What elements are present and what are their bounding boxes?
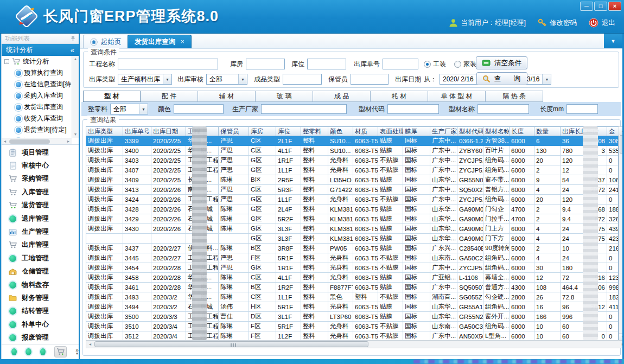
scroll-left-icon[interactable]: ◄ — [86, 341, 94, 348]
manufacturer-input[interactable] — [261, 104, 347, 114]
table-row[interactable]: 调拨出库34242020/2/26工 共工程严思G区1L1F整料光身料6063-… — [86, 195, 618, 205]
tree-item[interactable]: 采购入库查询 — [2, 90, 72, 101]
profile-name-input[interactable] — [477, 104, 529, 114]
column-header[interactable]: 库房 — [249, 127, 276, 136]
column-header[interactable]: 表面处理 — [378, 127, 403, 136]
tree-item[interactable]: 在途信息查询[待 — [2, 79, 72, 90]
sidebar-module-item[interactable]: 退库管理 — [2, 212, 79, 225]
color-input[interactable] — [174, 104, 224, 114]
sidebar-module-item[interactable]: 出库管理 — [2, 239, 79, 252]
sidebar-module-item[interactable]: 生产管理 — [2, 225, 79, 238]
module-dot-icon[interactable] — [40, 348, 46, 355]
tree-item[interactable]: 发货出库查询 — [2, 101, 72, 113]
radio-work-clothes[interactable] — [424, 61, 431, 68]
column-header[interactable]: 工程 — [186, 127, 219, 136]
scroll-left-icon[interactable]: ◄ — [2, 138, 8, 145]
sidebar-module-item[interactable]: 项目管理 — [2, 146, 79, 159]
table-row[interactable]: 调拨出库35102020/3/4工 共工程陈琳F区5R1F整料光身料6063-T… — [86, 322, 618, 331]
project-name-input[interactable] — [118, 59, 218, 69]
table-row[interactable]: 调拨出库34582020/2/28华 原...陈琳C区4L1F整料光身料6063… — [86, 273, 618, 283]
cart-toolbar-button[interactable] — [54, 346, 67, 357]
sidebar-module-item[interactable]: 结转管理 — [2, 305, 79, 318]
column-header[interactable]: 出库类型 — [86, 127, 123, 136]
table-row[interactable]: 调拨出库34032020/2/25工 共工程严思G区1R1F整料光身料6063-… — [86, 156, 618, 165]
material-tab[interactable]: 辅 材 — [198, 91, 256, 102]
profile-code-input[interactable] — [387, 104, 439, 114]
table-row[interactable]: 调拨出库34942020/3/2石 辉城汤伟H区5R1F整料光身料6063-T5… — [86, 302, 618, 312]
column-header[interactable]: 长度 — [510, 127, 534, 136]
outbound-audit-select[interactable]: 全部▼ — [206, 74, 247, 85]
change-password-button[interactable]: 修改密码 — [538, 18, 577, 28]
tree-item[interactable]: 退货查询[待定] — [2, 124, 72, 136]
column-header[interactable]: 保管员 — [219, 127, 249, 136]
tab-list-dropdown[interactable]: ▼ — [604, 34, 622, 48]
tree-horizontal-scrollbar[interactable]: ◄► — [2, 138, 72, 144]
clear-conditions-button[interactable]: 清空条件 — [476, 56, 527, 69]
expander-icon[interactable]: - — [4, 59, 9, 64]
radio-home-decor[interactable] — [454, 61, 461, 68]
order-no-input[interactable] — [383, 59, 418, 69]
column-header[interactable]: 出库日期 — [151, 127, 186, 136]
table-row[interactable]: 调拨出库34612020/2/28华 原...陈琳B区1R2F整料F8877FT… — [86, 283, 618, 292]
scrollbar-thumb[interactable] — [94, 341, 368, 347]
table-row[interactable]: 调拨出库34072020/2/25工 共工程严思G区1L1F整料光身料6063-… — [86, 165, 618, 175]
sidebar-section-statistics[interactable]: 统计分析 « — [2, 44, 79, 56]
tree-root[interactable]: - 统计分析 — [2, 56, 72, 67]
close-button[interactable]: × — [608, 2, 621, 11]
column-header[interactable]: 型材名称 — [483, 127, 510, 136]
scroll-up-icon[interactable]: ▲ — [72, 56, 79, 62]
sidebar-module-item[interactable]: 补单中心 — [2, 318, 79, 331]
sidebar-module-item[interactable]: 仓储管理 — [2, 265, 79, 278]
tab-home[interactable]: 起始页 — [83, 35, 129, 48]
table-row[interactable]: 调拨出库34932020/3/2华 原...陈琳C区1L1F整料黑色塑料不贴膜国… — [86, 292, 618, 302]
collapse-icon[interactable]: « — [71, 46, 74, 54]
tab-shipping-outbound-query[interactable]: 发货出库查询 × — [128, 35, 192, 48]
table-row[interactable]: 调拨出库34302020/2/26石 城陈琳G区3L3F整料KLM3817606… — [86, 224, 618, 234]
module-dot-icon[interactable] — [26, 348, 31, 355]
table-row[interactable]: 调拨出库34372020/2/27佛 料...陈琳B区3R8F整料PW05606… — [86, 244, 618, 253]
tree-item[interactable]: 预算执行查询 — [2, 67, 72, 79]
column-header[interactable]: 材质 — [353, 127, 378, 136]
scrollbar-thumb[interactable] — [9, 139, 50, 144]
logout-button[interactable]: 退出 — [589, 18, 615, 28]
results-horizontal-scrollbar[interactable]: ◄ ► — [86, 340, 624, 348]
sidebar-module-item[interactable]: 入库管理 — [2, 186, 79, 199]
search-button[interactable]: 查 询 — [476, 72, 527, 85]
sidebar-module-item[interactable]: 审核中心 — [2, 159, 79, 172]
table-row[interactable]: 调拨出库35002020/3/3工 共工程曹佳D区3L1F整料LT3P60606… — [86, 312, 618, 322]
table-row[interactable]: 调拨出库34132020/2/26南 ...严思C区5R3F整料G7142260… — [86, 185, 618, 195]
sidebar-module-item[interactable]: 报废管理 — [2, 331, 79, 344]
tab-close-icon[interactable]: × — [181, 38, 184, 46]
table-row[interactable]: 调拨出库34542020/2/28工 共工程严思G区1R1F整料光身料6063-… — [86, 263, 618, 273]
sidebar-module-item[interactable]: 采购管理 — [2, 173, 79, 186]
material-tab[interactable]: 型 材 — [83, 91, 141, 102]
material-tab[interactable]: 玻 璃 — [256, 91, 313, 102]
sidebar-module-item[interactable]: 财务管理 — [2, 291, 79, 304]
column-header[interactable]: 出库长度 — [561, 127, 584, 136]
material-tab[interactable]: 耗 材 — [371, 91, 428, 102]
material-tab[interactable]: 单 体 型 材 — [428, 91, 486, 102]
module-dot-icon[interactable] — [11, 348, 17, 355]
sidebar-module-item[interactable]: 物料盘存 — [2, 278, 79, 291]
column-header[interactable]: 颜色 — [328, 127, 353, 136]
column-header[interactable]: 金 — [607, 127, 619, 136]
warehouse-input[interactable] — [246, 59, 285, 69]
table-row[interactable]: 调拨出库34282020/2/26石 城陈琳G区2L4F整料KLM3817606… — [86, 205, 618, 214]
material-tab[interactable]: 配 件 — [141, 91, 198, 102]
column-header[interactable]: 整零料 — [301, 127, 328, 136]
column-header[interactable]: 数量 — [534, 127, 561, 136]
pin-icon[interactable] — [71, 35, 75, 42]
column-header[interactable]: 出库单号 — [123, 127, 151, 136]
sidebar-module-item[interactable]: 退货管理 — [2, 199, 79, 212]
whole-part-select[interactable]: 全部▼ — [110, 104, 148, 114]
table-row[interactable]: 调拨出库33992020/2/25华 原...严思C区2L1F整料SU10...… — [86, 136, 618, 146]
material-tab[interactable]: 成 品 — [313, 91, 371, 102]
location-input[interactable] — [307, 59, 346, 69]
table-row[interactable]: G区3L3F整料KLM38176063-T5贴膜国标山东华...GA90M09.… — [86, 234, 618, 244]
sidebar-module-item[interactable]: 工地管理 — [2, 252, 79, 265]
material-tab[interactable]: 隔 热 条 — [486, 91, 543, 102]
column-header[interactable]: 库位 — [276, 127, 301, 136]
tree-vertical-scrollbar[interactable]: ▲▼ — [72, 56, 79, 138]
column-header[interactable]: 单价 — [584, 127, 607, 136]
table-row[interactable]: 调拨出库34292020/2/26石 城陈琳G区5R2F整料KLM3817606… — [86, 214, 618, 224]
